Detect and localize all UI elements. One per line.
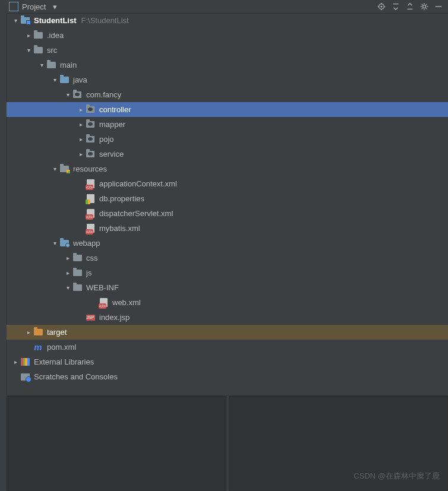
chevron-right-icon[interactable] — [64, 255, 72, 261]
node-webinf[interactable]: WEB-INF — [7, 280, 448, 295]
m-icon — [33, 343, 43, 352]
tree-label: index.jsp — [99, 313, 130, 322]
chevron-right-icon[interactable] — [11, 359, 20, 365]
node-js[interactable]: js — [7, 265, 448, 280]
chevron-down-icon[interactable] — [51, 240, 59, 246]
tree-label: mapper — [99, 120, 125, 129]
file-indexjsp[interactable]: index.jsp — [7, 310, 448, 325]
settings-icon[interactable] — [418, 1, 430, 12]
project-title[interactable]: Project — [22, 2, 46, 11]
chevron-right-icon[interactable] — [77, 121, 85, 128]
tree-label: java — [73, 75, 87, 84]
file-pom[interactable]: pom.xml — [7, 340, 448, 354]
collapse-all-icon[interactable] — [404, 1, 416, 12]
file-dispatcher[interactable]: dispatcherServlet.xml — [7, 206, 448, 221]
tree-label: resources — [73, 164, 107, 173]
tree-label: mybatis.xml — [99, 224, 140, 233]
node-scratches[interactable]: Scratches and Consoles — [7, 369, 448, 384]
node-controller[interactable]: controller — [7, 102, 448, 117]
pkg-icon — [72, 90, 83, 100]
tree-label: target — [47, 328, 67, 337]
pkg-icon — [85, 120, 96, 129]
tree-label: js — [86, 268, 92, 277]
xml-icon — [85, 179, 96, 189]
lib-icon — [20, 357, 30, 367]
file-webxml[interactable]: web.xml — [7, 295, 448, 310]
node-webapp[interactable]: webapp — [7, 236, 448, 251]
tree-label: pom.xml — [47, 343, 76, 351]
tree-hint: F:\StudentList — [81, 16, 129, 25]
chevron-right-icon[interactable] — [77, 106, 85, 113]
node-studentlist[interactable]: StudentListF:\StudentList — [7, 13, 448, 28]
locate-icon[interactable] — [376, 1, 387, 12]
node-src[interactable]: src — [7, 43, 448, 58]
tree-label: controller — [99, 105, 131, 114]
svg-point-1 — [381, 6, 382, 7]
file-dbproperties[interactable]: db.properties — [7, 191, 448, 206]
chevron-right-icon[interactable] — [64, 270, 72, 276]
file-applicationcontext[interactable]: applicationContext.xml — [7, 176, 448, 191]
project-toolbar: Project ▾ — [7, 0, 448, 14]
scratch-icon — [20, 372, 30, 382]
folder-icon — [72, 268, 83, 278]
chevron-right-icon[interactable] — [24, 329, 33, 335]
node-com-fancy[interactable]: com.fancy — [7, 87, 448, 102]
tree-label: .idea — [47, 31, 64, 40]
tree-label: db.properties — [99, 194, 144, 203]
xml-icon — [85, 224, 96, 233]
chevron-right-icon[interactable] — [77, 151, 85, 157]
prop-icon — [85, 194, 96, 204]
pkg-icon — [85, 105, 96, 115]
folder-icon — [33, 31, 43, 40]
chevron-right-icon[interactable] — [24, 32, 33, 39]
project-view-dropdown[interactable]: ▾ — [53, 2, 57, 11]
node-idea[interactable]: .idea — [7, 28, 448, 43]
tree-label: dispatcherServlet.xml — [99, 209, 173, 218]
xml-icon — [85, 209, 96, 218]
blue-icon — [59, 75, 70, 85]
chevron-right-icon[interactable] — [77, 136, 85, 142]
node-css[interactable]: css — [7, 251, 448, 265]
chevron-down-icon[interactable] — [24, 47, 33, 53]
tree-label: com.fancy — [86, 90, 121, 99]
chevron-down-icon[interactable] — [64, 284, 72, 291]
project-window-icon — [9, 2, 18, 11]
tree-label: StudentList — [34, 16, 77, 25]
chevron-down-icon[interactable] — [51, 77, 59, 83]
node-extlib[interactable]: External Libraries — [7, 354, 448, 369]
chevron-down-icon[interactable] — [37, 62, 46, 68]
web-icon — [59, 239, 70, 248]
tree-label: webapp — [73, 239, 100, 248]
chevron-down-icon[interactable] — [64, 91, 72, 98]
folder-icon — [46, 61, 56, 70]
svg-point-8 — [422, 5, 425, 8]
tree-label: css — [86, 254, 98, 262]
watermark: CSDN @在森林中糜了鹿 — [354, 471, 440, 482]
chevron-down-icon[interactable] — [51, 166, 59, 172]
node-main[interactable]: main — [7, 58, 448, 72]
tree-label: main — [60, 61, 77, 69]
node-service[interactable]: service — [7, 147, 448, 161]
node-pojo[interactable]: pojo — [7, 132, 448, 147]
node-resources[interactable]: resources — [7, 161, 448, 176]
pkg-icon — [85, 135, 96, 144]
hide-icon[interactable] — [433, 1, 444, 12]
orange-icon — [33, 328, 43, 337]
tree-label: src — [47, 46, 57, 55]
folder-icon — [72, 254, 83, 263]
tree-label: web.xml — [112, 298, 141, 307]
tree-label: Scratches and Consoles — [34, 372, 118, 381]
pkg-icon — [85, 150, 96, 159]
res-icon — [59, 164, 70, 174]
file-mybatis[interactable]: mybatis.xml — [7, 221, 448, 236]
node-target[interactable]: target — [7, 325, 448, 340]
node-mapper[interactable]: mapper — [7, 117, 448, 132]
tree-label: pojo — [99, 135, 114, 144]
bottom-pane-1 — [7, 396, 226, 491]
folder-icon — [33, 46, 43, 55]
node-java[interactable]: java — [7, 72, 448, 87]
chevron-down-icon[interactable] — [11, 17, 20, 24]
expand-all-icon[interactable] — [390, 1, 402, 12]
tree-label: service — [99, 150, 124, 159]
jsp-icon — [85, 313, 96, 322]
